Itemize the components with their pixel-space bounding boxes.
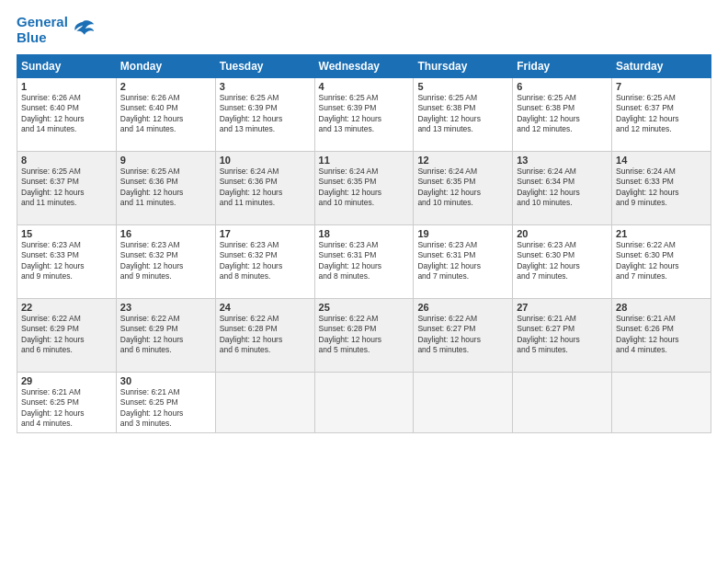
calendar-day-cell bbox=[513, 373, 612, 433]
day-detail: Sunrise: 6:25 AMSunset: 6:36 PMDaylight:… bbox=[120, 167, 211, 209]
day-detail: Sunrise: 6:23 AMSunset: 6:32 PMDaylight:… bbox=[120, 240, 211, 282]
header: GeneralBlue bbox=[17, 15, 711, 45]
day-detail: Sunrise: 6:23 AMSunset: 6:33 PMDaylight:… bbox=[21, 240, 112, 282]
day-detail: Sunrise: 6:25 AMSunset: 6:37 PMDaylight:… bbox=[616, 93, 707, 135]
day-number: 13 bbox=[517, 155, 608, 166]
calendar-day-cell: 4Sunrise: 6:25 AMSunset: 6:39 PMDaylight… bbox=[314, 78, 414, 152]
day-number: 3 bbox=[220, 81, 311, 92]
day-number: 28 bbox=[616, 302, 707, 313]
day-detail: Sunrise: 6:22 AMSunset: 6:27 PMDaylight:… bbox=[417, 314, 508, 356]
calendar-day-cell bbox=[612, 373, 711, 433]
calendar-day-cell: 22Sunrise: 6:22 AMSunset: 6:29 PMDayligh… bbox=[17, 299, 117, 373]
day-number: 17 bbox=[220, 228, 311, 239]
calendar-day-cell: 6Sunrise: 6:25 AMSunset: 6:38 PMDaylight… bbox=[513, 78, 612, 152]
calendar-week-row: 15Sunrise: 6:23 AMSunset: 6:33 PMDayligh… bbox=[17, 225, 711, 299]
day-number: 1 bbox=[21, 81, 112, 92]
calendar-day-cell bbox=[215, 373, 314, 433]
calendar-day-cell: 19Sunrise: 6:23 AMSunset: 6:31 PMDayligh… bbox=[414, 225, 513, 299]
day-detail: Sunrise: 6:21 AMSunset: 6:26 PMDaylight:… bbox=[616, 314, 707, 356]
weekday-header-saturday: Saturday bbox=[612, 55, 711, 78]
calendar-day-cell: 29Sunrise: 6:21 AMSunset: 6:25 PMDayligh… bbox=[17, 373, 117, 433]
day-detail: Sunrise: 6:26 AMSunset: 6:40 PMDaylight:… bbox=[21, 93, 112, 135]
day-detail: Sunrise: 6:23 AMSunset: 6:30 PMDaylight:… bbox=[517, 240, 608, 282]
day-detail: Sunrise: 6:22 AMSunset: 6:30 PMDaylight:… bbox=[616, 240, 707, 282]
calendar-day-cell: 10Sunrise: 6:24 AMSunset: 6:36 PMDayligh… bbox=[215, 152, 314, 225]
day-number: 6 bbox=[517, 81, 608, 92]
calendar-day-cell: 12Sunrise: 6:24 AMSunset: 6:35 PMDayligh… bbox=[414, 152, 513, 225]
day-number: 19 bbox=[417, 228, 508, 239]
day-number: 29 bbox=[21, 375, 112, 386]
weekday-header-friday: Friday bbox=[513, 55, 612, 78]
calendar-day-cell: 24Sunrise: 6:22 AMSunset: 6:28 PMDayligh… bbox=[215, 299, 314, 373]
day-number: 8 bbox=[21, 155, 112, 166]
calendar-day-cell: 11Sunrise: 6:24 AMSunset: 6:35 PMDayligh… bbox=[314, 152, 414, 225]
calendar-week-row: 29Sunrise: 6:21 AMSunset: 6:25 PMDayligh… bbox=[17, 373, 711, 433]
day-number: 25 bbox=[319, 302, 410, 313]
day-detail: Sunrise: 6:25 AMSunset: 6:39 PMDaylight:… bbox=[319, 93, 410, 135]
day-detail: Sunrise: 6:21 AMSunset: 6:27 PMDaylight:… bbox=[517, 314, 608, 356]
day-detail: Sunrise: 6:26 AMSunset: 6:40 PMDaylight:… bbox=[120, 93, 211, 135]
day-detail: Sunrise: 6:24 AMSunset: 6:35 PMDaylight:… bbox=[417, 167, 508, 209]
calendar-week-row: 22Sunrise: 6:22 AMSunset: 6:29 PMDayligh… bbox=[17, 299, 711, 373]
calendar-day-cell: 21Sunrise: 6:22 AMSunset: 6:30 PMDayligh… bbox=[612, 225, 711, 299]
day-number: 2 bbox=[120, 81, 211, 92]
day-detail: Sunrise: 6:24 AMSunset: 6:33 PMDaylight:… bbox=[616, 167, 707, 209]
logo: GeneralBlue bbox=[17, 15, 96, 45]
calendar-day-cell: 7Sunrise: 6:25 AMSunset: 6:37 PMDaylight… bbox=[612, 78, 711, 152]
day-detail: Sunrise: 6:24 AMSunset: 6:35 PMDaylight:… bbox=[319, 167, 410, 209]
calendar-day-cell: 20Sunrise: 6:23 AMSunset: 6:30 PMDayligh… bbox=[513, 225, 612, 299]
day-detail: Sunrise: 6:23 AMSunset: 6:31 PMDaylight:… bbox=[319, 240, 410, 282]
day-detail: Sunrise: 6:23 AMSunset: 6:32 PMDaylight:… bbox=[220, 240, 311, 282]
day-number: 20 bbox=[517, 228, 608, 239]
weekday-header-row: SundayMondayTuesdayWednesdayThursdayFrid… bbox=[17, 55, 711, 78]
day-number: 23 bbox=[120, 302, 211, 313]
day-detail: Sunrise: 6:25 AMSunset: 6:38 PMDaylight:… bbox=[417, 93, 508, 135]
day-detail: Sunrise: 6:25 AMSunset: 6:38 PMDaylight:… bbox=[517, 93, 608, 135]
calendar-day-cell bbox=[414, 373, 513, 433]
calendar-day-cell: 3Sunrise: 6:25 AMSunset: 6:39 PMDaylight… bbox=[215, 78, 314, 152]
calendar-day-cell: 25Sunrise: 6:22 AMSunset: 6:28 PMDayligh… bbox=[314, 299, 414, 373]
day-detail: Sunrise: 6:24 AMSunset: 6:34 PMDaylight:… bbox=[517, 167, 608, 209]
day-number: 18 bbox=[319, 228, 410, 239]
calendar-day-cell: 15Sunrise: 6:23 AMSunset: 6:33 PMDayligh… bbox=[17, 225, 117, 299]
calendar-day-cell: 17Sunrise: 6:23 AMSunset: 6:32 PMDayligh… bbox=[215, 225, 314, 299]
weekday-header-wednesday: Wednesday bbox=[314, 55, 414, 78]
day-detail: Sunrise: 6:21 AMSunset: 6:25 PMDaylight:… bbox=[120, 387, 211, 430]
calendar-day-cell: 8Sunrise: 6:25 AMSunset: 6:37 PMDaylight… bbox=[17, 152, 117, 225]
day-number: 27 bbox=[517, 302, 608, 313]
day-number: 24 bbox=[220, 302, 311, 313]
day-number: 7 bbox=[616, 81, 707, 92]
logo-bird-icon bbox=[70, 17, 96, 43]
day-number: 11 bbox=[319, 155, 410, 166]
day-detail: Sunrise: 6:25 AMSunset: 6:37 PMDaylight:… bbox=[21, 167, 112, 209]
day-detail: Sunrise: 6:23 AMSunset: 6:31 PMDaylight:… bbox=[417, 240, 508, 282]
day-detail: Sunrise: 6:22 AMSunset: 6:28 PMDaylight:… bbox=[220, 314, 311, 356]
calendar-day-cell: 1Sunrise: 6:26 AMSunset: 6:40 PMDaylight… bbox=[17, 78, 117, 152]
weekday-header-monday: Monday bbox=[116, 55, 215, 78]
day-number: 22 bbox=[21, 302, 112, 313]
day-number: 4 bbox=[319, 81, 410, 92]
calendar-day-cell: 26Sunrise: 6:22 AMSunset: 6:27 PMDayligh… bbox=[414, 299, 513, 373]
calendar-day-cell: 14Sunrise: 6:24 AMSunset: 6:33 PMDayligh… bbox=[612, 152, 711, 225]
calendar-day-cell: 2Sunrise: 6:26 AMSunset: 6:40 PMDaylight… bbox=[116, 78, 215, 152]
day-detail: Sunrise: 6:24 AMSunset: 6:36 PMDaylight:… bbox=[220, 167, 311, 209]
day-number: 12 bbox=[417, 155, 508, 166]
day-detail: Sunrise: 6:22 AMSunset: 6:29 PMDaylight:… bbox=[21, 314, 112, 356]
calendar-day-cell: 5Sunrise: 6:25 AMSunset: 6:38 PMDaylight… bbox=[414, 78, 513, 152]
calendar-week-row: 1Sunrise: 6:26 AMSunset: 6:40 PMDaylight… bbox=[17, 78, 711, 152]
day-number: 14 bbox=[616, 155, 707, 166]
calendar-day-cell: 13Sunrise: 6:24 AMSunset: 6:34 PMDayligh… bbox=[513, 152, 612, 225]
logo-text: GeneralBlue bbox=[17, 15, 68, 45]
calendar-day-cell: 27Sunrise: 6:21 AMSunset: 6:27 PMDayligh… bbox=[513, 299, 612, 373]
day-number: 21 bbox=[616, 228, 707, 239]
day-detail: Sunrise: 6:22 AMSunset: 6:29 PMDaylight:… bbox=[120, 314, 211, 356]
day-number: 10 bbox=[220, 155, 311, 166]
calendar-table: SundayMondayTuesdayWednesdayThursdayFrid… bbox=[17, 54, 711, 433]
day-detail: Sunrise: 6:22 AMSunset: 6:28 PMDaylight:… bbox=[319, 314, 410, 356]
day-number: 30 bbox=[120, 375, 211, 386]
calendar-day-cell bbox=[314, 373, 414, 433]
day-number: 26 bbox=[417, 302, 508, 313]
calendar-day-cell: 23Sunrise: 6:22 AMSunset: 6:29 PMDayligh… bbox=[116, 299, 215, 373]
day-detail: Sunrise: 6:25 AMSunset: 6:39 PMDaylight:… bbox=[220, 93, 311, 135]
day-number: 5 bbox=[417, 81, 508, 92]
